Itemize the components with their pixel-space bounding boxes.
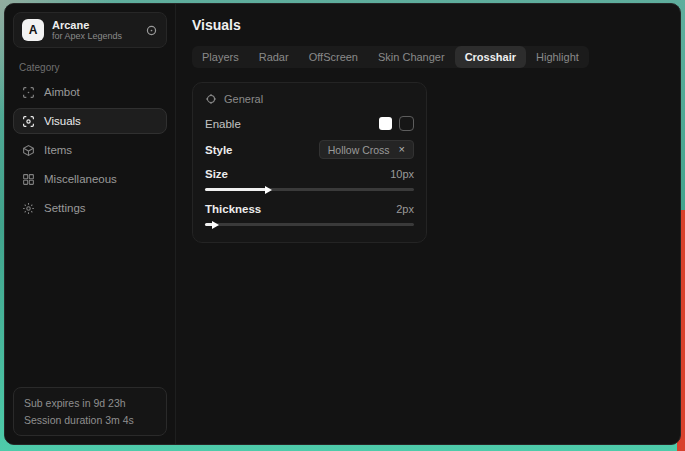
panel-title: General xyxy=(224,93,263,105)
thickness-label: Thickness xyxy=(205,203,261,215)
enable-label: Enable xyxy=(205,118,241,130)
aimbot-crosshair-icon xyxy=(22,86,35,99)
page-title: Visuals xyxy=(192,17,664,33)
sidebar-item-label: Miscellaneous xyxy=(44,173,117,185)
misc-grid-icon xyxy=(22,173,35,186)
enable-color-swatch[interactable] xyxy=(379,117,392,130)
visuals-eye-icon xyxy=(22,115,35,128)
app-window: A Arcane for Apex Legends Category xyxy=(4,3,681,445)
enable-checkbox[interactable] xyxy=(399,116,414,131)
size-label: Size xyxy=(205,168,228,180)
app-logo: A xyxy=(22,19,44,41)
size-slider[interactable] xyxy=(205,188,414,191)
thickness-row: Thickness 2px xyxy=(205,203,414,215)
target-icon[interactable] xyxy=(145,24,158,37)
tab-skin-changer[interactable]: Skin Changer xyxy=(368,46,455,68)
size-slider-fill xyxy=(205,188,266,191)
settings-gear-icon xyxy=(22,202,35,215)
visuals-tabbar: Players Radar OffScreen Skin Changer Cro… xyxy=(192,46,589,68)
sidebar-item-settings[interactable]: Settings xyxy=(13,195,167,221)
general-panel: General Enable Style Hollow Cross × Size xyxy=(192,82,427,243)
items-box-icon xyxy=(22,144,35,157)
brand-text: Arcane for Apex Legends xyxy=(52,19,137,42)
tab-crosshair[interactable]: Crosshair xyxy=(455,46,526,68)
sidebar-item-aimbot[interactable]: Aimbot xyxy=(13,79,167,105)
app-subtitle: for Apex Legends xyxy=(52,31,137,41)
style-value: Hollow Cross xyxy=(328,144,390,156)
sidebar-nav: Aimbot Visuals Items xyxy=(13,79,167,221)
session-duration-text: Session duration 3m 4s xyxy=(24,412,156,428)
thickness-slider[interactable] xyxy=(205,223,414,226)
crosshair-scope-icon xyxy=(205,93,217,105)
thickness-value: 2px xyxy=(396,203,414,215)
sidebar-item-label: Aimbot xyxy=(44,86,80,98)
size-group: Size 10px xyxy=(205,168,414,191)
sub-expires-text: Sub expires in 9d 23h xyxy=(24,395,156,411)
sidebar: A Arcane for Apex Legends Category xyxy=(5,4,176,444)
brand-card: A Arcane for Apex Legends xyxy=(13,12,167,48)
tab-players[interactable]: Players xyxy=(192,46,249,68)
subscription-card: Sub expires in 9d 23h Session duration 3… xyxy=(13,387,167,436)
style-select[interactable]: Hollow Cross × xyxy=(319,140,414,159)
app-name: Arcane xyxy=(52,19,137,32)
thickness-slider-fill xyxy=(205,223,213,226)
category-label: Category xyxy=(19,62,167,73)
tab-highlight[interactable]: Highlight xyxy=(526,46,589,68)
tab-offscreen[interactable]: OffScreen xyxy=(299,46,368,68)
sidebar-item-label: Items xyxy=(44,144,72,156)
size-row: Size 10px xyxy=(205,168,414,180)
sidebar-item-visuals[interactable]: Visuals xyxy=(13,108,167,134)
sidebar-item-label: Settings xyxy=(44,202,86,214)
sidebar-item-items[interactable]: Items xyxy=(13,137,167,163)
tab-radar[interactable]: Radar xyxy=(249,46,299,68)
clear-icon[interactable]: × xyxy=(399,144,405,155)
sidebar-item-label: Visuals xyxy=(44,115,81,127)
size-slider-thumb[interactable] xyxy=(265,186,272,194)
thickness-slider-thumb[interactable] xyxy=(212,221,219,229)
style-label: Style xyxy=(205,144,233,156)
main-content: Visuals Players Radar OffScreen Skin Cha… xyxy=(176,4,680,444)
panel-header: General xyxy=(205,93,414,105)
sidebar-item-miscellaneous[interactable]: Miscellaneous xyxy=(13,166,167,192)
enable-row: Enable xyxy=(205,116,414,131)
size-value: 10px xyxy=(390,168,414,180)
thickness-group: Thickness 2px xyxy=(205,203,414,226)
style-row: Style Hollow Cross × xyxy=(205,140,414,159)
